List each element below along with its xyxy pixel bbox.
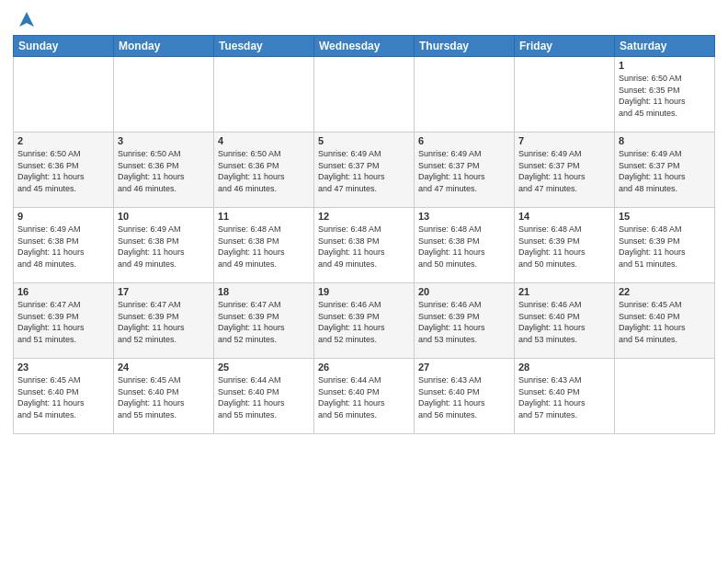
day-number: 4: [218, 135, 310, 146]
day-info: Sunrise: 6:46 AM Sunset: 6:40 PM Dayligh…: [518, 299, 610, 345]
day-number: 25: [218, 362, 310, 373]
calendar-cell: 25Sunrise: 6:44 AM Sunset: 6:40 PM Dayli…: [214, 359, 314, 434]
calendar-cell: 20Sunrise: 6:46 AM Sunset: 6:39 PM Dayli…: [415, 283, 515, 359]
day-info: Sunrise: 6:48 AM Sunset: 6:39 PM Dayligh…: [518, 224, 610, 270]
day-number: 3: [118, 135, 210, 146]
weekday-header-monday: Monday: [114, 36, 214, 57]
day-info: Sunrise: 6:49 AM Sunset: 6:37 PM Dayligh…: [518, 148, 610, 194]
calendar-cell: 3Sunrise: 6:50 AM Sunset: 6:36 PM Daylig…: [114, 132, 214, 208]
calendar-cell: 15Sunrise: 6:48 AM Sunset: 6:39 PM Dayli…: [615, 208, 715, 283]
calendar-cell: 5Sunrise: 6:49 AM Sunset: 6:37 PM Daylig…: [314, 132, 415, 208]
day-info: Sunrise: 6:47 AM Sunset: 6:39 PM Dayligh…: [17, 299, 109, 345]
calendar-cell: 14Sunrise: 6:48 AM Sunset: 6:39 PM Dayli…: [515, 208, 615, 283]
calendar-cell: 7Sunrise: 6:49 AM Sunset: 6:37 PM Daylig…: [515, 132, 615, 208]
calendar-cell: 13Sunrise: 6:48 AM Sunset: 6:38 PM Dayli…: [415, 208, 515, 283]
calendar-cell: 10Sunrise: 6:49 AM Sunset: 6:38 PM Dayli…: [114, 208, 214, 283]
calendar-cell: 19Sunrise: 6:46 AM Sunset: 6:39 PM Dayli…: [314, 283, 415, 359]
day-info: Sunrise: 6:47 AM Sunset: 6:39 PM Dayligh…: [118, 299, 210, 345]
day-number: 18: [218, 286, 310, 297]
day-info: Sunrise: 6:50 AM Sunset: 6:36 PM Dayligh…: [218, 148, 310, 194]
day-info: Sunrise: 6:49 AM Sunset: 6:37 PM Dayligh…: [619, 148, 711, 194]
calendar-cell: 2Sunrise: 6:50 AM Sunset: 6:36 PM Daylig…: [14, 132, 114, 208]
day-info: Sunrise: 6:47 AM Sunset: 6:39 PM Dayligh…: [218, 299, 310, 345]
day-info: Sunrise: 6:50 AM Sunset: 6:36 PM Dayligh…: [118, 148, 210, 194]
calendar-cell: 24Sunrise: 6:45 AM Sunset: 6:40 PM Dayli…: [114, 359, 214, 434]
day-number: 19: [318, 286, 410, 297]
day-info: Sunrise: 6:48 AM Sunset: 6:38 PM Dayligh…: [318, 224, 410, 270]
day-number: 15: [619, 211, 711, 222]
calendar-cell: 27Sunrise: 6:43 AM Sunset: 6:40 PM Dayli…: [415, 359, 515, 434]
calendar: SundayMondayTuesdayWednesdayThursdayFrid…: [13, 35, 715, 434]
calendar-cell: [515, 57, 615, 132]
day-number: 26: [318, 362, 410, 373]
day-number: 21: [518, 286, 610, 297]
day-info: Sunrise: 6:46 AM Sunset: 6:39 PM Dayligh…: [418, 299, 510, 345]
calendar-cell: 16Sunrise: 6:47 AM Sunset: 6:39 PM Dayli…: [14, 283, 114, 359]
day-info: Sunrise: 6:44 AM Sunset: 6:40 PM Dayligh…: [318, 374, 410, 420]
day-number: 28: [518, 362, 610, 373]
weekday-header-sunday: Sunday: [14, 36, 114, 57]
day-info: Sunrise: 6:43 AM Sunset: 6:40 PM Dayligh…: [518, 374, 610, 420]
day-info: Sunrise: 6:48 AM Sunset: 6:38 PM Dayligh…: [418, 224, 510, 270]
day-number: 7: [518, 135, 610, 146]
weekday-header-tuesday: Tuesday: [214, 36, 314, 57]
weekday-header-saturday: Saturday: [615, 36, 715, 57]
day-number: 11: [218, 211, 310, 222]
day-info: Sunrise: 6:50 AM Sunset: 6:35 PM Dayligh…: [619, 73, 711, 119]
day-info: Sunrise: 6:43 AM Sunset: 6:40 PM Dayligh…: [418, 374, 510, 420]
calendar-cell: 18Sunrise: 6:47 AM Sunset: 6:39 PM Dayli…: [214, 283, 314, 359]
day-number: 22: [619, 286, 711, 297]
day-number: 9: [17, 211, 109, 222]
day-info: Sunrise: 6:46 AM Sunset: 6:39 PM Dayligh…: [318, 299, 410, 345]
day-number: 13: [418, 211, 510, 222]
calendar-cell: 11Sunrise: 6:48 AM Sunset: 6:38 PM Dayli…: [214, 208, 314, 283]
day-number: 6: [418, 135, 510, 146]
day-number: 1: [619, 60, 711, 71]
day-info: Sunrise: 6:49 AM Sunset: 6:37 PM Dayligh…: [318, 148, 410, 194]
day-info: Sunrise: 6:48 AM Sunset: 6:39 PM Dayligh…: [619, 224, 711, 270]
header: [13, 9, 715, 29]
calendar-cell: [14, 57, 114, 132]
calendar-cell: 28Sunrise: 6:43 AM Sunset: 6:40 PM Dayli…: [515, 359, 615, 434]
day-info: Sunrise: 6:48 AM Sunset: 6:38 PM Dayligh…: [218, 224, 310, 270]
day-info: Sunrise: 6:45 AM Sunset: 6:40 PM Dayligh…: [619, 299, 711, 345]
day-number: 2: [17, 135, 109, 146]
calendar-cell: 21Sunrise: 6:46 AM Sunset: 6:40 PM Dayli…: [515, 283, 615, 359]
calendar-cell: [114, 57, 214, 132]
day-info: Sunrise: 6:49 AM Sunset: 6:38 PM Dayligh…: [118, 224, 210, 270]
day-number: 5: [318, 135, 410, 146]
calendar-cell: [314, 57, 415, 132]
day-number: 20: [418, 286, 510, 297]
calendar-cell: 9Sunrise: 6:49 AM Sunset: 6:38 PM Daylig…: [14, 208, 114, 283]
weekday-header-wednesday: Wednesday: [314, 36, 415, 57]
day-number: 23: [17, 362, 109, 373]
day-number: 24: [118, 362, 210, 373]
calendar-cell: [214, 57, 314, 132]
logo: [13, 9, 37, 29]
day-info: Sunrise: 6:49 AM Sunset: 6:37 PM Dayligh…: [418, 148, 510, 194]
calendar-cell: 1Sunrise: 6:50 AM Sunset: 6:35 PM Daylig…: [615, 57, 715, 132]
day-number: 12: [318, 211, 410, 222]
day-number: 16: [17, 286, 109, 297]
day-info: Sunrise: 6:45 AM Sunset: 6:40 PM Dayligh…: [17, 374, 109, 420]
day-number: 8: [619, 135, 711, 146]
day-info: Sunrise: 6:49 AM Sunset: 6:38 PM Dayligh…: [17, 224, 109, 270]
weekday-header-friday: Friday: [515, 36, 615, 57]
day-info: Sunrise: 6:45 AM Sunset: 6:40 PM Dayligh…: [118, 374, 210, 420]
page: SundayMondayTuesdayWednesdayThursdayFrid…: [0, 0, 728, 563]
calendar-cell: [615, 359, 715, 434]
calendar-cell: 4Sunrise: 6:50 AM Sunset: 6:36 PM Daylig…: [214, 132, 314, 208]
day-number: 17: [118, 286, 210, 297]
calendar-cell: 23Sunrise: 6:45 AM Sunset: 6:40 PM Dayli…: [14, 359, 114, 434]
day-number: 27: [418, 362, 510, 373]
day-number: 10: [118, 211, 210, 222]
calendar-cell: 22Sunrise: 6:45 AM Sunset: 6:40 PM Dayli…: [615, 283, 715, 359]
calendar-cell: 26Sunrise: 6:44 AM Sunset: 6:40 PM Dayli…: [314, 359, 415, 434]
day-info: Sunrise: 6:50 AM Sunset: 6:36 PM Dayligh…: [17, 148, 109, 194]
logo-icon: [17, 9, 37, 29]
day-number: 14: [518, 211, 610, 222]
weekday-header-thursday: Thursday: [415, 36, 515, 57]
calendar-cell: 12Sunrise: 6:48 AM Sunset: 6:38 PM Dayli…: [314, 208, 415, 283]
calendar-cell: 6Sunrise: 6:49 AM Sunset: 6:37 PM Daylig…: [415, 132, 515, 208]
calendar-cell: 8Sunrise: 6:49 AM Sunset: 6:37 PM Daylig…: [615, 132, 715, 208]
